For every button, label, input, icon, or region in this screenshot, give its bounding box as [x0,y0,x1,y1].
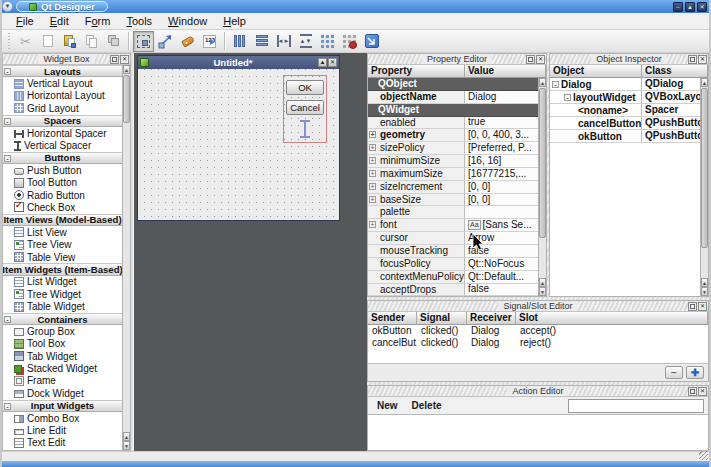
edit-tab-order-button[interactable] [199,31,220,52]
category-containers[interactable]: Containers [3,313,122,325]
vertical-spacer-widget[interactable] [298,120,312,138]
collapse-icon[interactable] [564,94,571,101]
edit-buddies-button[interactable] [177,31,198,52]
scroll-up-button[interactable]: ▲ [123,65,130,74]
widget-item[interactable]: Frame [3,375,122,387]
scroll-up-button[interactable]: ▲ [123,432,130,441]
category-spacers[interactable]: Spacers [3,115,122,127]
collapse-icon[interactable] [4,403,11,410]
widget-item[interactable]: Tool Button [3,177,122,189]
scroll-up-button[interactable]: ▲ [701,78,708,87]
close-button[interactable]: ✕ [697,2,707,12]
object-inspector-scrollbar[interactable]: ▲ ▲ ▼ [700,78,708,296]
property-row[interactable]: focusPolicyQt::NoFocus [368,258,538,271]
property-group-row[interactable]: QWidget [368,104,538,117]
column-header-slot[interactable]: Slot [516,312,708,325]
widget-item[interactable]: Grid Layout [3,102,122,114]
float-panel-button[interactable] [526,55,535,64]
column-header-class[interactable]: Class [642,65,708,78]
property-row[interactable]: fontAa[Sans Se... [368,219,538,232]
widget-item[interactable]: Push Button [3,164,122,176]
property-group-row[interactable]: QObject [368,78,538,91]
menu-edit[interactable]: Edit [42,13,77,30]
menu-window[interactable]: Window [160,13,215,30]
close-panel-button[interactable] [698,302,707,311]
connection-row[interactable]: cancelBut... clicked() Dialog reject() [368,337,708,349]
break-layout-button[interactable] [339,31,360,52]
object-row[interactable]: DialogQDialog [550,78,700,91]
scroll-down-button[interactable]: ▼ [123,441,130,450]
property-row[interactable]: palette [368,206,538,219]
object-row[interactable]: layoutWidgetQVBoxLayout [550,91,700,104]
lay-out-vertically-in-splitter-button[interactable]: ▲▼ [295,31,316,52]
widget-item[interactable]: Tab Widget [3,350,122,362]
lay-out-in-a-grid-button[interactable] [317,31,338,52]
menu-help[interactable]: Help [215,13,254,30]
menu-tools[interactable]: Tools [118,13,160,30]
cancel-button[interactable]: Cancel [286,100,324,115]
category-item-widgets[interactable]: Item Widgets (Item-Based) [3,263,122,275]
object-row[interactable]: okButtonQPushButton [550,130,700,143]
widget-box-scrollbar[interactable]: ▲ ▲ ▼ [122,65,130,450]
close-panel-button[interactable] [120,55,129,64]
widget-item[interactable]: Spin Box [3,449,122,450]
remove-connection-button[interactable]: − [665,366,683,379]
lay-out-horizontally-button[interactable] [229,31,250,52]
form-titlebar[interactable]: Untitled* ▲ ✕ [138,56,339,69]
expand-icon[interactable] [369,183,376,190]
form-shade-button[interactable]: ▲ [318,58,327,67]
category-input-widgets[interactable]: Input Widgets [3,400,122,412]
property-row[interactable]: mouseTrackingfalse [368,245,538,258]
window-menu-button[interactable]: ▼ [2,1,13,12]
property-row[interactable]: objectNameDialog [368,91,538,104]
close-panel-button[interactable] [698,387,707,396]
signal-slot-editor-titlebar[interactable]: Signal/Slot Editor [368,301,708,312]
collapse-icon[interactable] [4,155,11,162]
add-connection-button[interactable]: ✚ [686,366,704,379]
property-row[interactable]: sizeIncrement[0, 0] [368,181,538,194]
column-header-property[interactable]: Property [368,65,465,78]
float-panel-button[interactable] [688,55,697,64]
collapse-icon[interactable] [4,316,11,323]
close-panel-button[interactable] [536,55,545,64]
widget-item[interactable]: Vertical Layout [3,77,122,89]
scrollbar-thumb[interactable] [539,88,546,238]
property-editor-scrollbar[interactable]: ▲ ▲ ▼ [538,78,546,296]
object-row[interactable]: cancelButtonQPushButton [550,117,700,130]
float-panel-button[interactable] [110,55,119,64]
action-editor-titlebar[interactable]: Action Editor [368,386,708,397]
widget-item[interactable]: Tool Box [3,338,122,350]
widget-item[interactable]: Stacked Widget [3,362,122,374]
widget-item[interactable]: Table Widget [3,300,122,312]
close-panel-button[interactable] [698,55,707,64]
maximize-button[interactable]: ▲ [685,2,695,12]
widget-item[interactable]: Horizontal Spacer [3,127,122,139]
scrollbar-thumb[interactable] [701,88,708,248]
scroll-down-button[interactable]: ▼ [701,287,708,296]
menu-file[interactable]: File [8,13,42,30]
property-row[interactable]: cursorArrow [368,232,538,245]
widget-item[interactable]: Group Box [3,325,122,337]
copy-button[interactable] [81,31,102,52]
object-inspector-titlebar[interactable]: Object Inspector [550,54,708,65]
scroll-up-button[interactable]: ▲ [539,78,546,87]
widget-item[interactable]: Vertical Spacer [3,139,122,151]
scroll-down-button[interactable]: ▼ [539,287,546,296]
property-row[interactable]: baseSize[0, 0] [368,194,538,207]
column-header-signal[interactable]: Signal [417,312,467,325]
property-row[interactable]: sizePolicy[Preferred, P... [368,142,538,155]
widget-item[interactable]: Dock Widget [3,387,122,399]
form-window[interactable]: Untitled* ▲ ✕ OK Cancel [137,55,340,221]
delete-action-button[interactable]: Delete [407,400,447,411]
category-item-views[interactable]: Item Views (Model-Based) [3,214,122,226]
widget-item[interactable]: Tree View [3,238,122,250]
float-panel-button[interactable] [688,387,697,396]
menu-form[interactable]: Form [77,13,119,30]
property-row[interactable]: contextMenuPolicyQt::Default... [368,271,538,284]
expand-icon[interactable] [369,157,376,164]
expand-icon[interactable] [369,196,376,203]
scrollbar-thumb[interactable] [123,75,130,123]
ok-button[interactable]: OK [286,80,324,95]
property-row[interactable]: maximumSize[16777215,... [368,168,538,181]
expand-icon[interactable] [369,144,376,151]
